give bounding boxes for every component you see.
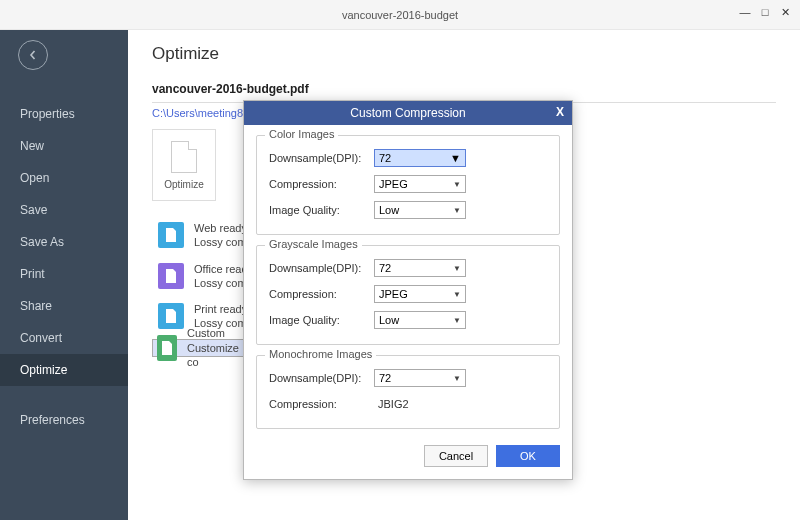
- field-label: Compression:: [269, 398, 374, 410]
- ok-button[interactable]: OK: [496, 445, 560, 467]
- dialog-title: Custom Compression: [350, 106, 465, 120]
- group-legend: Monochrome Images: [265, 348, 376, 360]
- select-value: Low: [379, 314, 399, 326]
- field-label: Downsample(DPI):: [269, 152, 374, 164]
- grayscale-images-group: Grayscale Images Downsample(DPI): 72▼ Co…: [256, 245, 560, 345]
- dialog-overlay: Custom Compression X Color Images Downsa…: [0, 0, 800, 520]
- field-label: Compression:: [269, 178, 374, 190]
- select-value: JPEG: [379, 288, 408, 300]
- mono-compression-value: JBIG2: [374, 398, 409, 410]
- dialog-header: Custom Compression X: [244, 101, 572, 125]
- button-label: Cancel: [439, 450, 473, 462]
- gray-quality-select[interactable]: Low▼: [374, 311, 466, 329]
- button-label: OK: [520, 450, 536, 462]
- color-compression-select[interactable]: JPEG▼: [374, 175, 466, 193]
- field-label: Compression:: [269, 288, 374, 300]
- cancel-button[interactable]: Cancel: [424, 445, 488, 467]
- field-label: Image Quality:: [269, 314, 374, 326]
- chevron-down-icon: ▼: [453, 264, 461, 273]
- chevron-down-icon: ▼: [453, 290, 461, 299]
- select-value: Low: [379, 204, 399, 216]
- custom-compression-dialog: Custom Compression X Color Images Downsa…: [243, 100, 573, 480]
- chevron-down-icon: ▼: [450, 152, 461, 164]
- color-images-group: Color Images Downsample(DPI): 72▼ Compre…: [256, 135, 560, 235]
- input-value: 72: [379, 152, 391, 164]
- chevron-down-icon: ▼: [453, 206, 461, 215]
- mono-downsample-input[interactable]: 72▼: [374, 369, 466, 387]
- color-downsample-input[interactable]: 72▼: [374, 149, 466, 167]
- dialog-footer: Cancel OK: [244, 441, 572, 479]
- chevron-down-icon: ▼: [453, 374, 461, 383]
- monochrome-images-group: Monochrome Images Downsample(DPI): 72▼ C…: [256, 355, 560, 429]
- dialog-close-button[interactable]: X: [552, 104, 568, 120]
- chevron-down-icon: ▼: [453, 316, 461, 325]
- input-value: 72: [379, 262, 391, 274]
- field-label: Downsample(DPI):: [269, 372, 374, 384]
- field-label: Image Quality:: [269, 204, 374, 216]
- chevron-down-icon: ▼: [453, 180, 461, 189]
- group-legend: Grayscale Images: [265, 238, 362, 250]
- group-legend: Color Images: [265, 128, 338, 140]
- select-value: JPEG: [379, 178, 408, 190]
- field-label: Downsample(DPI):: [269, 262, 374, 274]
- gray-compression-select[interactable]: JPEG▼: [374, 285, 466, 303]
- input-value: 72: [379, 372, 391, 384]
- gray-downsample-input[interactable]: 72▼: [374, 259, 466, 277]
- color-quality-select[interactable]: Low▼: [374, 201, 466, 219]
